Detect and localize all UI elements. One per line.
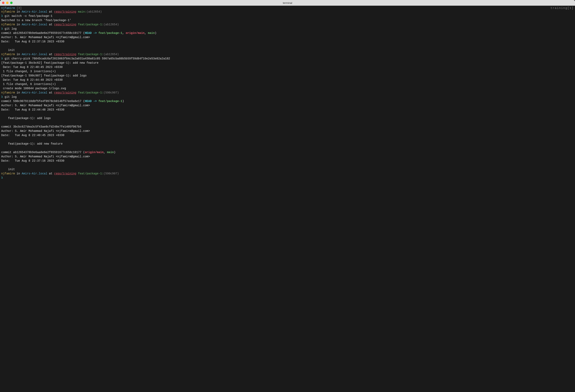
status-right: training[1] [551,6,574,10]
prompt-sep: in [15,53,22,56]
status-num: [3] [15,6,22,10]
prompt-path: repo/training [54,91,76,94]
prompt-symbol: λ [1,95,5,99]
prompt-sep: in [15,10,22,13]
output-line: commit ab12654378b9e6aa8e6e2f65591677c65… [1,150,574,154]
command-line: λ git cherry-pick 76045cadc6af2015063f84… [1,57,574,61]
output-line: Date: Tue Aug 8 22:44:48 2023 +0330 [1,108,574,112]
prompt-hash: (ab12654) [104,23,119,26]
output-line: [feat/package-1 3bcbc62] feat(package-1)… [1,61,574,65]
prompt-user: njfamirm [1,53,15,56]
prompt-host: Amirs-Air.local [22,10,47,13]
command-line: λ git log [1,95,574,99]
output-line: commit 3bcbc627dea3c5f43ae8cfd248e7fe140… [1,125,574,129]
titlebar: terminal [0,0,575,6]
prompt-hash: (ab12654) [87,10,102,13]
output-line: Author: S. Amir Mohammad Najafi <njfamir… [1,129,574,133]
maximize-button[interactable] [10,2,13,4]
commit-hash: commit ab12654378b9e6aa8e6e2f65591677c65… [1,31,85,35]
prompt-sep: at [47,172,54,175]
branch-ref: feat/package-1 [98,100,122,103]
prompt-hash: (590c907) [104,172,119,175]
output-line: [feat/package-1 590c907] feat(package-1)… [1,74,574,78]
status-line: njfamirm [3] training[1] [1,6,574,10]
branch-ref: main [148,31,155,35]
branch-ref: feat/package-1 [98,31,122,35]
prompt-line: njfamirm in Amirs-Air.local at repo/trai… [1,22,574,27]
prompt-symbol: λ [1,57,5,60]
prompt-line: njfamirm in Amirs-Air.local at repo/trai… [1,91,574,95]
sep: , [122,31,126,35]
sep: ) [122,100,124,103]
remote-ref: origin/main [126,31,144,35]
prompt-symbol: λ [1,27,5,30]
prompt-host: Amirs-Air.local [22,91,47,94]
output-line: init [1,48,574,52]
output-line: feat(package-1): add logo [1,116,574,120]
prompt-line: njfamirm in Amirs-Air.local at repo/trai… [1,172,574,176]
prompt-sep: in [15,91,22,94]
close-button[interactable] [2,2,4,4]
prompt-sep: at [47,10,54,13]
prompt-sep: at [47,91,54,94]
prompt-sep: in [15,23,22,26]
prompt-host: Amirs-Air.local [22,53,47,56]
output-line: Date: Tue Aug 8 22:37:16 2023 +0330 [1,159,574,163]
prompt-sep: at [47,23,54,26]
output-line: commit ab12654378b9e6aa8e6e2f65591677c65… [1,31,574,35]
prompt-branch: feat/package-1: [76,23,104,26]
commit-hash: commit 590c9079110dbf5fe4f0978cb0146f57e… [1,100,85,103]
command-line: λ git switch -c feat/package-1 [1,14,574,18]
status-user: njfamirm [1,6,15,10]
prompt-user: njfamirm [1,10,15,13]
window-title: terminal [283,1,292,4]
output-line: feat(package-1): add new feature [1,142,574,146]
output-line: init [1,167,574,172]
head-ref: HEAD -> [85,31,98,35]
commit-hash: commit ab12654378b9e6aa8e6e2f65591677c65… [1,151,85,154]
branch-ref: main [107,151,114,154]
prompt-line: njfamirm in Amirs-Air.local at repo/trai… [1,10,574,14]
terminal-content[interactable]: njfamirm [3] training[1] njfamirm in Ami… [0,6,575,392]
prompt-line: njfamirm in Amirs-Air.local at repo/trai… [1,52,574,57]
prompt-user: njfamirm [1,23,15,26]
command-text: git cherry-pick 76045cadc6af2015063f84c3… [5,57,170,60]
prompt-symbol: λ [1,176,3,179]
prompt-sep: at [47,53,54,56]
prompt-user: njfamirm [1,172,15,175]
sep: ) [155,31,156,35]
output-line: Author: S. Amir Mohammad Najafi <njfamir… [1,35,574,40]
prompt-branch: main: [76,10,87,13]
prompt-host: Amirs-Air.local [22,172,47,175]
head-ref: HEAD -> [85,100,98,103]
prompt-branch: feat/package-1: [76,53,104,56]
minimize-button[interactable] [6,2,8,4]
output-line: Date: Tue Aug 8 22:40:45 2023 +0330 [1,133,574,137]
prompt-symbol: λ [1,14,5,18]
prompt-path: repo/training [54,10,76,13]
prompt-hash: (590c907) [104,91,119,94]
command-text: git log [5,27,17,30]
output-line: commit 590c9079110dbf5fe4f0978cb0146f57e… [1,99,574,103]
prompt-branch: feat/package-1: [76,91,104,94]
output-line: Author: S. Amir Mohammad Najafi <njfamir… [1,154,574,159]
remote-ref: origin/main [85,151,104,154]
output-line: Date: Tue Aug 8 22:44:48 2023 +0330 [1,78,574,82]
command-text: git log [5,95,17,99]
command-text: git switch -c feat/package-1 [5,14,52,18]
output-line: 1 file changed, 3 insertions(+) [1,69,574,74]
prompt-branch: feat/package-1: [76,172,104,175]
prompt-host: Amirs-Air.local [22,23,47,26]
command-line[interactable]: λ [1,176,574,180]
prompt-user: njfamirm [1,91,15,94]
traffic-lights [2,2,13,4]
prompt-path: repo/training [54,53,76,56]
prompt-sep: in [15,172,22,175]
prompt-hash: (ab12654) [104,53,119,56]
output-line: Date: Tue Aug 8 22:40:45 2023 +0330 [1,65,574,69]
sep: , [104,151,107,154]
output-line: Author: S. Amir Mohammad Najafi <njfamir… [1,103,574,108]
command-line: λ git log [1,27,574,31]
sep: , [144,31,148,35]
prompt-path: repo/training [54,23,76,26]
